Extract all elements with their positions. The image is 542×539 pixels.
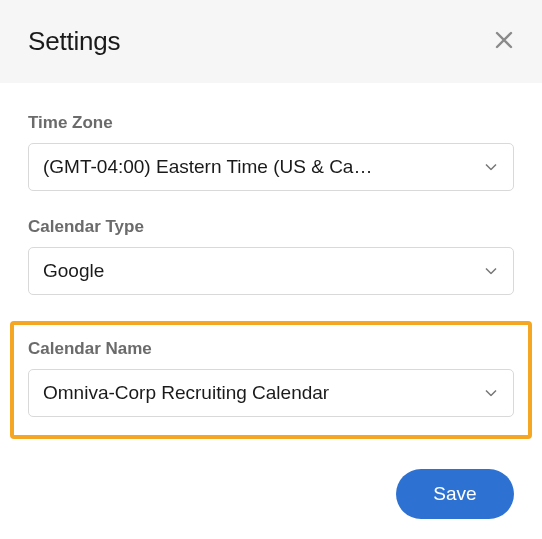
close-button[interactable] (494, 30, 514, 54)
timezone-value: (GMT-04:00) Eastern Time (US & Ca… (43, 156, 467, 178)
timezone-label: Time Zone (28, 113, 514, 133)
modal-title: Settings (28, 26, 120, 57)
calendar-type-value: Google (43, 260, 467, 282)
calendar-name-label: Calendar Name (28, 339, 514, 359)
settings-modal: Settings Time Zone (GMT-04:00) Eastern T… (0, 0, 542, 539)
modal-body: Time Zone (GMT-04:00) Eastern Time (US &… (0, 83, 542, 439)
chevron-down-icon (485, 268, 497, 275)
close-icon (494, 30, 514, 54)
chevron-down-icon (485, 390, 497, 397)
timezone-select[interactable]: (GMT-04:00) Eastern Time (US & Ca… (28, 143, 514, 191)
modal-header: Settings (0, 0, 542, 83)
field-calendar-type: Calendar Type Google (28, 217, 514, 295)
save-button[interactable]: Save (396, 469, 514, 519)
calendar-type-label: Calendar Type (28, 217, 514, 237)
calendar-name-select[interactable]: Omniva-Corp Recruiting Calendar (28, 369, 514, 417)
calendar-type-select[interactable]: Google (28, 247, 514, 295)
calendar-name-value: Omniva-Corp Recruiting Calendar (43, 382, 467, 404)
chevron-down-icon (485, 164, 497, 171)
field-timezone: Time Zone (GMT-04:00) Eastern Time (US &… (28, 113, 514, 191)
field-calendar-name: Calendar Name Omniva-Corp Recruiting Cal… (10, 321, 532, 439)
modal-footer: Save (0, 461, 542, 519)
